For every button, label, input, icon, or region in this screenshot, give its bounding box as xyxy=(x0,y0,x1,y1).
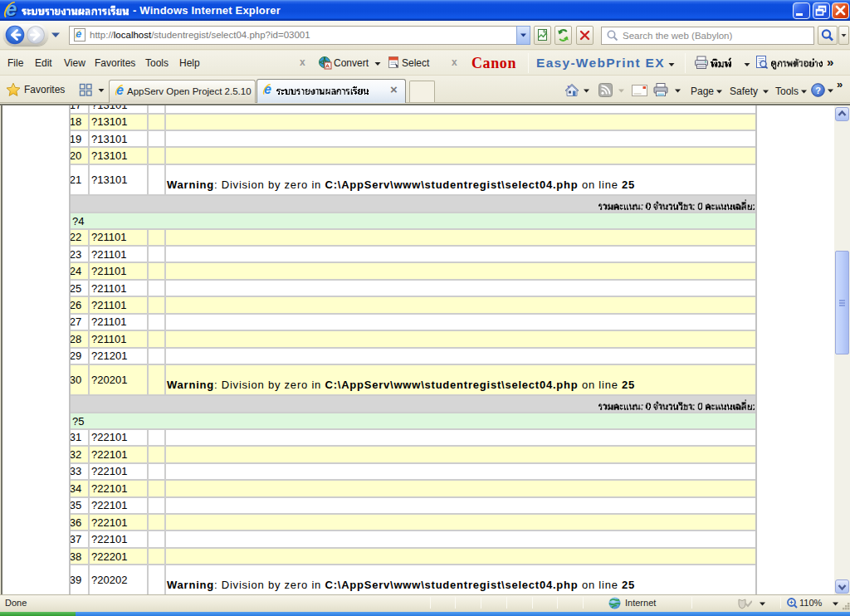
svg-text:?: ? xyxy=(815,86,821,95)
